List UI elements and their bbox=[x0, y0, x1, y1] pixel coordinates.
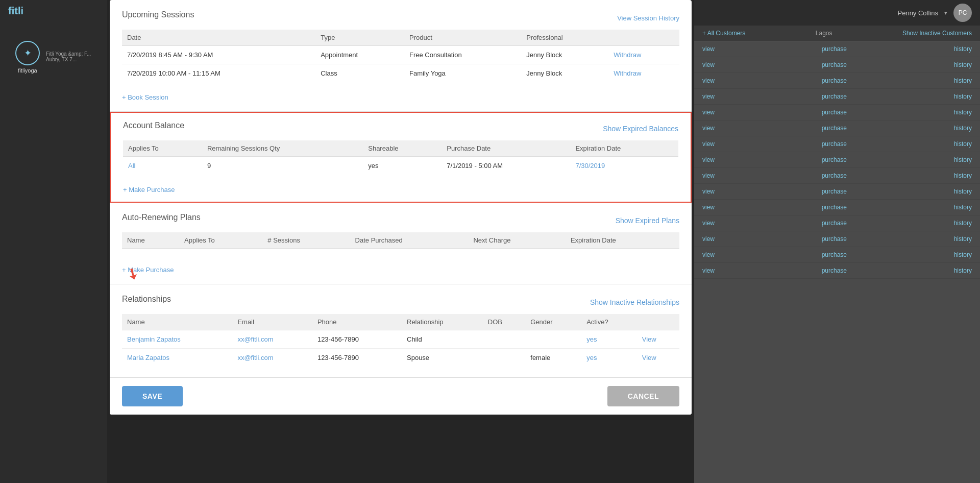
session-row: 7/20/2019 10:00 AM - 11:15 AM Class Fami… bbox=[122, 64, 679, 83]
save-button[interactable]: SAVE bbox=[122, 386, 183, 406]
expiration-date-link[interactable]: 7/30/2019 bbox=[575, 162, 605, 170]
purchase-link[interactable]: purchase bbox=[822, 45, 847, 53]
right-panel-row: view purchase history bbox=[694, 263, 980, 279]
col-phone: Phone bbox=[312, 314, 402, 330]
history-link[interactable]: history bbox=[954, 204, 972, 211]
view-link[interactable]: view bbox=[702, 45, 715, 53]
purchase-link[interactable]: purchase bbox=[822, 109, 847, 116]
lagos-label: Lagos bbox=[816, 30, 832, 37]
dropdown-icon[interactable]: ▾ bbox=[944, 10, 947, 16]
plans-make-purchase-link[interactable]: + Make Purchase bbox=[122, 261, 174, 274]
rel-active-link-1[interactable]: yes bbox=[586, 335, 597, 343]
rel-view-link-1[interactable]: View bbox=[642, 335, 656, 343]
history-link[interactable]: history bbox=[954, 125, 972, 132]
right-panel-row: view purchase history bbox=[694, 168, 980, 184]
history-link[interactable]: history bbox=[954, 188, 972, 195]
history-link[interactable]: history bbox=[954, 220, 972, 227]
relationship-row: Maria Zapatos xx@fitli.com 123-456-7890 … bbox=[122, 349, 679, 367]
purchase-link[interactable]: purchase bbox=[822, 220, 847, 227]
view-link[interactable]: view bbox=[702, 93, 715, 100]
col-relationship: Relationship bbox=[402, 314, 483, 330]
modal-overlay: Upcoming Sessions View Session History D… bbox=[107, 0, 694, 483]
rel-relationship-2: Spouse bbox=[402, 349, 483, 367]
view-session-history-link[interactable]: View Session History bbox=[617, 14, 679, 22]
fitli-logo: fitli bbox=[8, 5, 23, 17]
right-panel-row: view purchase history bbox=[694, 247, 980, 263]
rel-name-link-1[interactable]: Benjamin Zapatos bbox=[127, 335, 181, 343]
session-type: Class bbox=[315, 64, 404, 83]
view-link[interactable]: view bbox=[702, 204, 715, 211]
show-inactive-customers[interactable]: Show Inactive Customers bbox=[902, 30, 972, 37]
rel-email-link-1[interactable]: xx@fitli.com bbox=[237, 335, 273, 343]
right-panel-row: view purchase history bbox=[694, 120, 980, 136]
yoga-logo-text: fitliyoga bbox=[15, 67, 40, 74]
history-link[interactable]: history bbox=[954, 156, 972, 163]
view-link[interactable]: view bbox=[702, 267, 715, 274]
purchase-link[interactable]: purchase bbox=[822, 140, 847, 148]
show-expired-plans-link[interactable]: Show Expired Plans bbox=[616, 216, 679, 225]
withdraw-link-1[interactable]: Withdraw bbox=[614, 51, 641, 59]
show-expired-balances-link[interactable]: Show Expired Balances bbox=[603, 125, 678, 133]
show-inactive-relationships-link[interactable]: Show Inactive Relationships bbox=[590, 298, 679, 306]
purchase-link[interactable]: purchase bbox=[822, 77, 847, 84]
col-action bbox=[637, 314, 679, 330]
view-link[interactable]: view bbox=[702, 188, 715, 195]
view-link[interactable]: view bbox=[702, 251, 715, 258]
history-link[interactable]: history bbox=[954, 140, 972, 148]
purchase-link[interactable]: purchase bbox=[822, 251, 847, 258]
purchase-date: 7/1/2019 - 5:00 AM bbox=[442, 157, 570, 175]
modal: Upcoming Sessions View Session History D… bbox=[110, 0, 692, 415]
col-date-purchased: Date Purchased bbox=[350, 232, 469, 249]
right-panel-row: view purchase history bbox=[694, 57, 980, 73]
view-link[interactable]: view bbox=[702, 125, 715, 132]
purchase-link[interactable]: purchase bbox=[822, 267, 847, 274]
upcoming-sessions-table: Date Type Product Professional 7/20/2019… bbox=[122, 30, 679, 82]
history-link[interactable]: history bbox=[954, 61, 972, 68]
purchase-link[interactable]: purchase bbox=[822, 93, 847, 100]
withdraw-link-2[interactable]: Withdraw bbox=[614, 69, 641, 77]
view-link[interactable]: view bbox=[702, 156, 715, 163]
purchase-link[interactable]: purchase bbox=[822, 172, 847, 179]
purchase-link[interactable]: purchase bbox=[822, 204, 847, 211]
rel-email-link-2[interactable]: xx@fitli.com bbox=[237, 354, 273, 361]
session-professional: Jenny Block bbox=[521, 46, 608, 64]
history-link[interactable]: history bbox=[954, 93, 972, 100]
purchase-link[interactable]: purchase bbox=[822, 235, 847, 243]
view-link[interactable]: view bbox=[702, 61, 715, 68]
rel-name-link-2[interactable]: Maria Zapatos bbox=[127, 354, 169, 361]
view-link[interactable]: view bbox=[702, 140, 715, 148]
view-link[interactable]: view bbox=[702, 77, 715, 84]
history-link[interactable]: history bbox=[954, 267, 972, 274]
history-link[interactable]: history bbox=[954, 172, 972, 179]
rel-view-link-2[interactable]: View bbox=[642, 354, 656, 361]
view-link[interactable]: view bbox=[702, 172, 715, 179]
purchase-link[interactable]: purchase bbox=[822, 156, 847, 163]
auto-renewing-plans-section: Auto-Renewing Plans Show Expired Plans N… bbox=[110, 203, 692, 284]
col-product: Product bbox=[404, 30, 521, 46]
book-session-link[interactable]: + Book Session bbox=[122, 88, 168, 101]
auto-renewing-plans-table: Name Applies To # Sessions Date Purchase… bbox=[122, 232, 679, 259]
history-link[interactable]: history bbox=[954, 45, 972, 53]
history-link[interactable]: history bbox=[954, 109, 972, 116]
purchase-link[interactable]: purchase bbox=[822, 61, 847, 68]
sidebar: fitli ✦ fitliyoga Fitli Yoga &amp; F... … bbox=[0, 0, 107, 483]
history-link[interactable]: history bbox=[954, 251, 972, 258]
col-name: Name bbox=[122, 232, 179, 249]
all-customers-button[interactable]: + All Customers bbox=[702, 30, 745, 37]
account-balance-table: Applies To Remaining Sessions Qty Sharea… bbox=[123, 140, 678, 175]
view-link[interactable]: view bbox=[702, 109, 715, 116]
applies-to-all-link[interactable]: All bbox=[128, 162, 135, 170]
history-link[interactable]: history bbox=[954, 77, 972, 84]
purchase-link[interactable]: purchase bbox=[822, 188, 847, 195]
purchase-link[interactable]: purchase bbox=[822, 125, 847, 132]
col-gender: Gender bbox=[525, 314, 581, 330]
right-panel-row: view purchase history bbox=[694, 89, 980, 105]
account-balance-make-purchase-link[interactable]: + Make Purchase bbox=[123, 181, 175, 194]
right-panel-header: + All Customers Lagos Show Inactive Cust… bbox=[694, 26, 980, 41]
rel-active-link-2[interactable]: yes bbox=[586, 354, 597, 361]
view-link[interactable]: view bbox=[702, 220, 715, 227]
view-link[interactable]: view bbox=[702, 235, 715, 243]
cancel-button[interactable]: CANCEL bbox=[607, 386, 679, 406]
history-link[interactable]: history bbox=[954, 235, 972, 243]
col-type: Type bbox=[315, 30, 404, 46]
